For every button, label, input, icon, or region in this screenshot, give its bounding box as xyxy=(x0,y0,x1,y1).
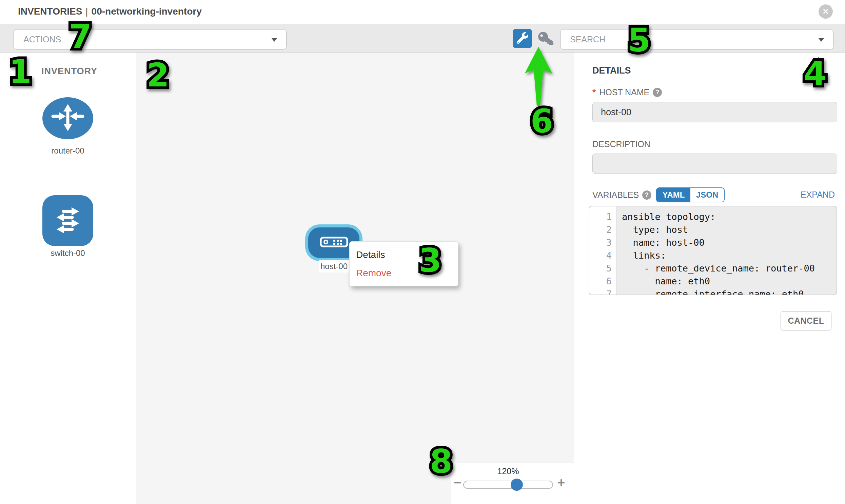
host-icon xyxy=(320,237,348,249)
context-menu-item-remove[interactable]: Remove xyxy=(350,264,458,282)
context-menu: Details Remove xyxy=(349,241,458,286)
editor-line: 6 name: eth0 xyxy=(589,275,837,288)
tab-yaml[interactable]: YAML xyxy=(657,188,690,202)
key-icon xyxy=(539,32,553,47)
palette-label-router: router-00 xyxy=(42,146,93,156)
line-number: 2 xyxy=(589,223,616,236)
line-code: remote_interface_name: eth0 xyxy=(616,288,804,295)
page-title: INVENTORIES|00-networking-inventory xyxy=(18,6,202,17)
actions-placeholder: ACTIONS xyxy=(23,35,61,44)
close-glyph: ✕ xyxy=(822,7,829,16)
line-code: name: host-00 xyxy=(616,236,705,249)
toolbar: ACTIONS SEARCH xyxy=(0,24,845,53)
breadcrumb-section: INVENTORIES xyxy=(18,6,82,17)
editor-line: 7 remote_interface_name: eth0 xyxy=(589,288,837,295)
palette-item-switch[interactable] xyxy=(42,195,93,246)
description-input[interactable] xyxy=(592,154,837,174)
line-code: - remote_device_name: router-00 xyxy=(616,262,815,275)
details-panel-title: DETAILS xyxy=(592,66,631,76)
editor-line: 5 - remote_device_name: router-00 xyxy=(589,262,837,275)
credentials-button[interactable] xyxy=(537,31,554,48)
line-number: 7 xyxy=(589,288,616,295)
breadcrumb-separator: | xyxy=(82,6,91,17)
editor-line: 2 type: host xyxy=(589,223,837,236)
line-code: ansible_topology: xyxy=(616,211,716,223)
line-number: 1 xyxy=(589,211,616,223)
line-code: type: host xyxy=(616,223,688,236)
details-panel: DETAILS * HOST NAME ? DESCRIPTION VARIAB… xyxy=(574,53,845,504)
palette-label-switch: switch-00 xyxy=(42,249,93,258)
wrench-icon xyxy=(517,32,528,45)
required-asterisk: * xyxy=(592,87,596,97)
expand-link[interactable]: EXPAND xyxy=(800,190,835,200)
close-icon[interactable]: ✕ xyxy=(818,4,833,19)
variables-label-row: VARIABLES ? xyxy=(592,190,651,200)
chevron-down-icon xyxy=(271,38,277,42)
sidebar-title: INVENTORY xyxy=(41,66,97,77)
line-number: 4 xyxy=(589,249,616,262)
help-icon[interactable]: ? xyxy=(642,191,651,200)
search-placeholder: SEARCH xyxy=(570,35,605,44)
editor-line: 4 links: xyxy=(589,249,837,262)
variables-format-toggle: YAML JSON xyxy=(656,187,725,202)
description-label: DESCRIPTION xyxy=(592,139,650,149)
line-number: 6 xyxy=(589,275,616,288)
editor-lines: 1ansible_topology: 2 type: host 3 name: … xyxy=(589,206,837,295)
actions-dropdown[interactable]: ACTIONS xyxy=(14,29,286,50)
palette-item-router[interactable] xyxy=(42,97,93,139)
tools-button[interactable] xyxy=(513,29,532,48)
variables-code-editor[interactable]: 1ansible_topology: 2 type: host 3 name: … xyxy=(589,206,837,295)
app-window: INVENTORIES|00-networking-inventory ✕ AC… xyxy=(0,0,845,504)
inventory-sidebar: INVENTORY xyxy=(0,53,136,504)
host-name-label: HOST NAME xyxy=(599,87,649,97)
context-menu-item-details[interactable]: Details xyxy=(350,246,458,264)
tab-json[interactable]: JSON xyxy=(690,188,724,202)
line-code: name: eth0 xyxy=(616,275,710,288)
zoom-in-button[interactable]: + xyxy=(555,476,567,489)
switch-icon xyxy=(49,201,86,240)
line-number: 3 xyxy=(589,236,616,249)
host-node-label: host-00 xyxy=(319,260,349,272)
zoom-slider-thumb[interactable] xyxy=(511,479,523,491)
chevron-down-icon xyxy=(818,38,824,42)
line-number: 5 xyxy=(589,262,616,275)
inventory-name: 00-networking-inventory xyxy=(91,6,202,17)
zoom-control: 120% − + xyxy=(451,463,574,504)
zoom-out-button[interactable]: − xyxy=(451,476,463,489)
header-bar: INVENTORIES|00-networking-inventory ✕ xyxy=(0,0,845,24)
search-dropdown[interactable]: SEARCH xyxy=(560,29,833,50)
zoom-slider-track[interactable] xyxy=(463,481,553,489)
line-code: links: xyxy=(616,249,666,262)
host-name-label-row: * HOST NAME ? xyxy=(592,87,662,97)
help-icon[interactable]: ? xyxy=(653,88,662,97)
variables-label: VARIABLES xyxy=(592,190,639,200)
editor-line: 1ansible_topology: xyxy=(589,211,837,223)
editor-line: 3 name: host-00 xyxy=(589,236,837,249)
router-icon xyxy=(48,101,88,136)
description-label-row: DESCRIPTION xyxy=(592,139,650,149)
host-name-input[interactable] xyxy=(592,102,837,122)
cancel-button[interactable]: CANCEL xyxy=(780,311,831,330)
topology-canvas[interactable]: host-00 Details Remove 120% − + xyxy=(136,53,574,504)
zoom-level-label: 120% xyxy=(463,466,553,476)
